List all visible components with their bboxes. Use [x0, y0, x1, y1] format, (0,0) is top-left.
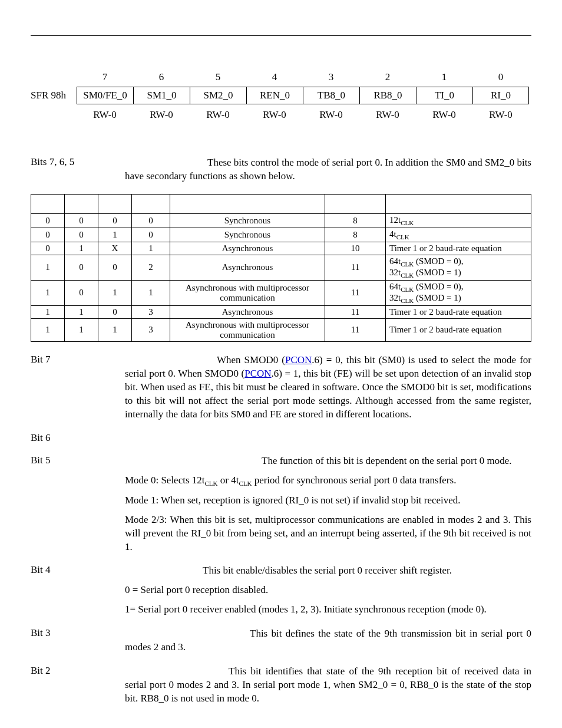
bit-number: 3	[303, 71, 359, 84]
bit7-text: When SMOD0 (PCON.6) = 0, this bit (SM0) …	[125, 354, 531, 421]
sfr-rw-row: RW-0RW-0RW-0RW-0RW-0RW-0RW-0RW-0	[31, 107, 531, 121]
bit-number: 2	[359, 71, 416, 84]
bit-rw: RW-0	[190, 107, 246, 121]
bits-765-intro: These bits control the mode of serial po…	[125, 157, 531, 182]
bit5-text: The function of this bit is dependent on…	[125, 454, 531, 554]
bit-number: 0	[472, 71, 529, 84]
bit4-label: Bit 4	[31, 564, 125, 617]
bit-number: 7	[77, 71, 133, 84]
bit-rw: RW-0	[133, 107, 190, 121]
bit-number: 6	[133, 71, 190, 84]
bit5-label: Bit 5	[31, 454, 125, 554]
bit-name-cell: RI_0	[472, 87, 529, 104]
bit-name-cell: TB8_0	[303, 87, 359, 104]
bit6-section: Bit 6	[31, 432, 531, 444]
mode-table: 0000Synchronous812tCLK0010Synchronous84t…	[31, 194, 531, 342]
bit-rw: RW-0	[303, 107, 359, 121]
bit2-label: Bit 2	[31, 665, 125, 706]
bit-rw: RW-0	[77, 107, 133, 121]
bit-rw: RW-0	[472, 107, 529, 121]
bit3-section: Bit 3 This bit defines the state of the …	[31, 627, 531, 654]
bit7-section: Bit 7 When SMOD0 (PCON.6) = 0, this bit …	[31, 354, 531, 421]
bit7-label: Bit 7	[31, 354, 125, 421]
bit6-label: Bit 6	[31, 432, 125, 444]
bit5-mode23: Mode 2/3: When this bit is set, multipro…	[125, 513, 531, 554]
bit-name-cell: SM0/FE_0	[77, 87, 133, 104]
bit-rw: RW-0	[416, 107, 472, 121]
bit-rw: RW-0	[246, 107, 303, 121]
table-row: 1011Asynchronous with multiprocessor com…	[31, 280, 531, 305]
pcon-link-2[interactable]: PCON	[244, 368, 271, 379]
bit4-section: Bit 4 This bit enable/disables the seria…	[31, 564, 531, 617]
table-row: 0000Synchronous812tCLK	[31, 213, 531, 228]
sfr-header-row: 76543210	[31, 71, 531, 84]
bit-number: 4	[246, 71, 303, 84]
sfr-address: SFR 98h	[31, 90, 77, 101]
bit3-label: Bit 3	[31, 627, 125, 654]
bit2-text: This bit identifies that state of the 9t…	[125, 665, 531, 706]
table-row: 0010Synchronous84tCLK	[31, 228, 531, 242]
bit5-mode0: Mode 0: Selects 12tCLK or 4tCLK period f…	[125, 474, 531, 488]
bit-number: 1	[416, 71, 472, 84]
bit-name-cell: SM2_0	[190, 87, 246, 104]
table-row: 1103Asynchronous11Timer 1 or 2 baud-rate…	[31, 305, 531, 318]
bit-rw: RW-0	[359, 107, 416, 121]
bit5-mode1: Mode 1: When set, reception is ignored (…	[125, 494, 531, 508]
bits-765-section: Bits 7, 6, 5 These bits control the mode…	[31, 156, 531, 183]
header-divider	[31, 35, 531, 36]
bit-name-cell: RB8_0	[359, 87, 416, 104]
bit3-text: This bit defines the state of the 9th tr…	[125, 627, 531, 654]
pcon-link-1[interactable]: PCON	[285, 354, 312, 365]
bit-name-cell: REN_0	[246, 87, 303, 104]
bit5-section: Bit 5 The function of this bit is depend…	[31, 454, 531, 554]
table-row: 1113Asynchronous with multiprocessor com…	[31, 318, 531, 341]
bit2-section: Bit 2 This bit identifies that state of …	[31, 665, 531, 706]
bit4-text: This bit enable/disables the serial port…	[125, 564, 531, 617]
bit-name-cell: SM1_0	[133, 87, 190, 104]
bit-name-cell: TI_0	[416, 87, 472, 104]
bit-number: 5	[190, 71, 246, 84]
sfr-name-row: SFR 98h SM0/FE_0SM1_0SM2_0REN_0TB8_0RB8_…	[31, 87, 531, 104]
bits-765-label: Bits 7, 6, 5	[31, 156, 125, 183]
table-row: 01X1Asynchronous10Timer 1 or 2 baud-rate…	[31, 242, 531, 255]
table-row: 1002Asynchronous1164tCLK (SMOD = 0),32tC…	[31, 255, 531, 280]
bits-765-text: These bits control the mode of serial po…	[125, 156, 531, 183]
